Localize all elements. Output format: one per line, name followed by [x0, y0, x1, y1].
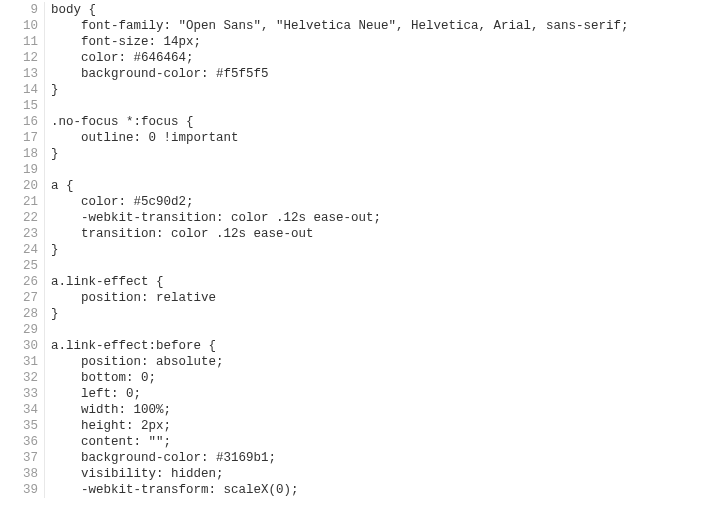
- code-text: left: 0;: [45, 386, 141, 402]
- line-number: 29: [0, 322, 45, 338]
- code-line: 18}: [0, 146, 718, 162]
- code-line: 39 -webkit-transform: scaleX(0);: [0, 482, 718, 498]
- line-number: 34: [0, 402, 45, 418]
- code-line: 36 content: "";: [0, 434, 718, 450]
- code-text: .no-focus *:focus {: [45, 114, 194, 130]
- line-number: 27: [0, 290, 45, 306]
- line-number: 30: [0, 338, 45, 354]
- line-number: 25: [0, 258, 45, 274]
- code-line: 25: [0, 258, 718, 274]
- line-number: 19: [0, 162, 45, 178]
- line-number: 26: [0, 274, 45, 290]
- line-number: 9: [0, 2, 45, 18]
- line-number: 13: [0, 66, 45, 82]
- code-line: 11 font-size: 14px;: [0, 34, 718, 50]
- line-number: 17: [0, 130, 45, 146]
- line-number: 24: [0, 242, 45, 258]
- code-text: }: [45, 242, 59, 258]
- line-number: 14: [0, 82, 45, 98]
- code-text: -webkit-transition: color .12s ease-out;: [45, 210, 381, 226]
- code-line: 33 left: 0;: [0, 386, 718, 402]
- code-line: 12 color: #646464;: [0, 50, 718, 66]
- code-line: 26a.link-effect {: [0, 274, 718, 290]
- code-text: outline: 0 !important: [45, 130, 239, 146]
- code-text: transition: color .12s ease-out: [45, 226, 314, 242]
- line-number: 36: [0, 434, 45, 450]
- code-text: -webkit-transform: scaleX(0);: [45, 482, 299, 498]
- code-line: 10 font-family: "Open Sans", "Helvetica …: [0, 18, 718, 34]
- code-line: 13 background-color: #f5f5f5: [0, 66, 718, 82]
- code-text: position: absolute;: [45, 354, 224, 370]
- line-number: 37: [0, 450, 45, 466]
- code-line: 29: [0, 322, 718, 338]
- code-line: 22 -webkit-transition: color .12s ease-o…: [0, 210, 718, 226]
- code-text: bottom: 0;: [45, 370, 156, 386]
- code-line: 16.no-focus *:focus {: [0, 114, 718, 130]
- code-line: 14}: [0, 82, 718, 98]
- code-line: 17 outline: 0 !important: [0, 130, 718, 146]
- code-line: 19: [0, 162, 718, 178]
- line-number: 20: [0, 178, 45, 194]
- code-line: 23 transition: color .12s ease-out: [0, 226, 718, 242]
- code-text: position: relative: [45, 290, 216, 306]
- code-text: font-size: 14px;: [45, 34, 201, 50]
- code-line: 15: [0, 98, 718, 114]
- line-number: 32: [0, 370, 45, 386]
- code-text: background-color: #f5f5f5: [45, 66, 269, 82]
- code-text: font-family: "Open Sans", "Helvetica Neu…: [45, 18, 629, 34]
- line-number: 38: [0, 466, 45, 482]
- code-line: 35 height: 2px;: [0, 418, 718, 434]
- code-line: 32 bottom: 0;: [0, 370, 718, 386]
- code-line: 31 position: absolute;: [0, 354, 718, 370]
- line-number: 23: [0, 226, 45, 242]
- code-text: color: #646464;: [45, 50, 194, 66]
- code-text: a {: [45, 178, 74, 194]
- code-text: a.link-effect:before {: [45, 338, 216, 354]
- line-number: 28: [0, 306, 45, 322]
- code-line: 9body {: [0, 2, 718, 18]
- code-line: 30a.link-effect:before {: [0, 338, 718, 354]
- line-number: 11: [0, 34, 45, 50]
- line-number: 21: [0, 194, 45, 210]
- line-number: 16: [0, 114, 45, 130]
- line-number: 35: [0, 418, 45, 434]
- line-number: 33: [0, 386, 45, 402]
- line-number: 10: [0, 18, 45, 34]
- code-text: color: #5c90d2;: [45, 194, 194, 210]
- code-text: width: 100%;: [45, 402, 171, 418]
- code-text: }: [45, 82, 59, 98]
- code-line: 28}: [0, 306, 718, 322]
- line-number: 15: [0, 98, 45, 114]
- code-text: a.link-effect {: [45, 274, 164, 290]
- code-line: 34 width: 100%;: [0, 402, 718, 418]
- code-text: content: "";: [45, 434, 171, 450]
- code-text: background-color: #3169b1;: [45, 450, 276, 466]
- code-text: }: [45, 306, 59, 322]
- line-number: 18: [0, 146, 45, 162]
- code-line: 24}: [0, 242, 718, 258]
- code-line: 27 position: relative: [0, 290, 718, 306]
- code-text: height: 2px;: [45, 418, 171, 434]
- line-number: 12: [0, 50, 45, 66]
- line-number: 22: [0, 210, 45, 226]
- line-number: 39: [0, 482, 45, 498]
- code-line: 20a {: [0, 178, 718, 194]
- code-line: 37 background-color: #3169b1;: [0, 450, 718, 466]
- code-editor: 9body {10 font-family: "Open Sans", "Hel…: [0, 0, 718, 498]
- code-line: 38 visibility: hidden;: [0, 466, 718, 482]
- line-number: 31: [0, 354, 45, 370]
- code-text: }: [45, 146, 59, 162]
- code-line: 21 color: #5c90d2;: [0, 194, 718, 210]
- code-text: visibility: hidden;: [45, 466, 224, 482]
- code-text: body {: [45, 2, 96, 18]
